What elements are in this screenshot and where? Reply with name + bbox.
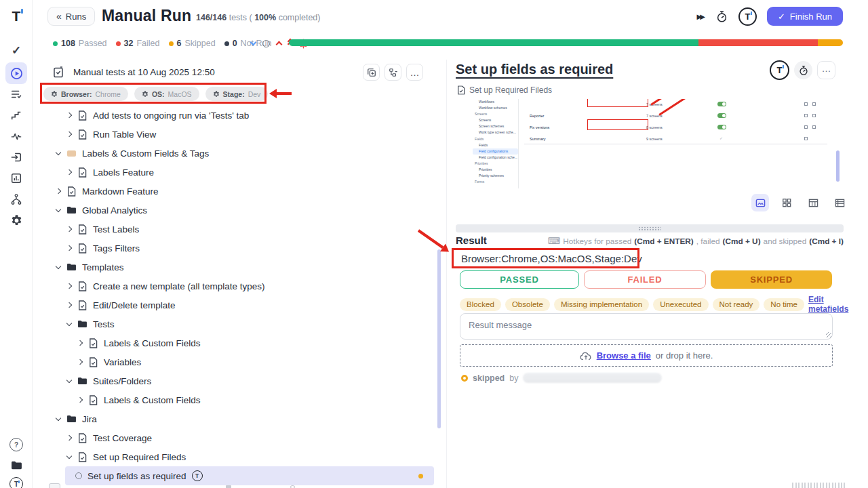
- logo-badge-icon: T: [9, 477, 23, 488]
- test-more-button[interactable]: …: [817, 61, 835, 79]
- status-button[interactable]: SKIPPED: [711, 270, 832, 289]
- chevron-icon[interactable]: [53, 209, 64, 211]
- sidebar-item-import[interactable]: [5, 146, 27, 168]
- tree-row[interactable]: Jira T: [33, 409, 434, 428]
- view-grid-button[interactable]: [778, 194, 795, 211]
- status-count: 108: [61, 39, 75, 48]
- metafield-pill[interactable]: Unexecuted: [653, 298, 708, 311]
- metafield-pill[interactable]: Obsolete: [505, 298, 550, 311]
- chevron-icon[interactable]: [75, 398, 85, 402]
- tree-row[interactable]: Labels Feature T: [33, 163, 434, 182]
- metafield-pill[interactable]: Missing implementation: [554, 298, 649, 311]
- browse-file-link[interactable]: Browse a file: [597, 350, 651, 361]
- help-button[interactable]: ?: [5, 434, 27, 455]
- status-button[interactable]: FAILED: [584, 270, 706, 289]
- sidebar-item-reports[interactable]: [5, 167, 27, 189]
- sidebar-item-milestones[interactable]: [5, 104, 27, 126]
- chevron-icon[interactable]: [53, 418, 64, 420]
- tree-row[interactable]: Labels & Custom Fields T: [33, 333, 434, 352]
- toggle-icon: [717, 102, 726, 106]
- edit-metafields-link[interactable]: Edit metafields: [808, 295, 848, 314]
- sidebar-item-pulse[interactable]: [5, 125, 27, 147]
- result-message-input[interactable]: [460, 313, 833, 340]
- view-list-button[interactable]: [831, 194, 848, 211]
- tree-row[interactable]: Labels & Custom Fields T: [33, 390, 434, 409]
- attachment-screenshot[interactable]: Workflows Workflow schemes Screens Scree…: [456, 99, 834, 194]
- custom-field-name: OS:: [152, 90, 165, 98]
- timer-button[interactable]: [794, 61, 812, 79]
- tree-row[interactable]: Create a new template (all template type…: [33, 277, 434, 296]
- chevron-icon[interactable]: [64, 303, 75, 307]
- circle-filter-icon[interactable]: [262, 40, 270, 47]
- collapse-all-icon[interactable]: [250, 39, 257, 46]
- tree-row[interactable]: Edit/Delete template T: [33, 296, 434, 314]
- tree-row[interactable]: Templates T: [33, 258, 434, 277]
- tree-scrollbar[interactable]: [437, 249, 441, 428]
- settings-gear-icon: [11, 215, 22, 226]
- tree-row[interactable]: Run Table View T: [33, 125, 434, 144]
- finish-run-button[interactable]: ✓ Finish Run: [767, 7, 843, 26]
- view-image-button[interactable]: [751, 194, 769, 211]
- tree-row[interactable]: Labels & Custom Fields & Tags T: [33, 144, 434, 163]
- chevron-icon[interactable]: [75, 341, 85, 345]
- chevron-icon[interactable]: [64, 246, 75, 250]
- app-logo-icon[interactable]: T: [0, 8, 33, 24]
- tree-row-label: Test Coverage: [93, 433, 152, 443]
- back-to-runs-button[interactable]: « Runs: [47, 7, 95, 26]
- status-button[interactable]: PASSED: [460, 270, 579, 289]
- file-dropzone[interactable]: Browse a file or drop it here.: [460, 344, 833, 367]
- chevron-up-icon[interactable]: [276, 41, 283, 48]
- tree-row[interactable]: Tags Filters T: [33, 239, 434, 258]
- cloud-upload-icon: [580, 351, 592, 361]
- chevron-icon[interactable]: [64, 380, 75, 382]
- test-doc-icon: [75, 129, 90, 140]
- tree-row[interactable]: Test Coverage T: [33, 428, 434, 447]
- branch-icon: [10, 193, 22, 205]
- row-action-icons: [804, 102, 816, 106]
- suite-breadcrumb[interactable]: Set up Required Fileds: [469, 85, 552, 95]
- chevron-icon[interactable]: [64, 113, 75, 117]
- chevron-icon[interactable]: [64, 323, 75, 325]
- chevron-icon[interactable]: [64, 170, 75, 174]
- chevron-icon[interactable]: [75, 360, 85, 364]
- test-title[interactable]: Set up fields as required: [456, 62, 613, 77]
- tree-row[interactable]: Set up fields as required T: [65, 466, 434, 485]
- sidebar-item-tests[interactable]: ✓: [5, 39, 27, 61]
- tree-row[interactable]: Markdown Feature T: [33, 182, 434, 201]
- duplicate-run-button[interactable]: [363, 64, 380, 81]
- chevron-icon[interactable]: [64, 436, 75, 440]
- tree-row[interactable]: Test Labels T: [33, 220, 434, 239]
- reporter-avatar[interactable]: T: [770, 60, 789, 80]
- tree-row[interactable]: Suites/Folders T: [33, 371, 434, 390]
- metafield-pill[interactable]: Blocked: [460, 298, 501, 311]
- tree-view-button[interactable]: [384, 64, 401, 81]
- view-table-button[interactable]: [804, 194, 822, 211]
- fast-forward-icon[interactable]: ▶▶: [697, 13, 705, 20]
- tree-row[interactable]: Tests T: [33, 314, 434, 333]
- sidebar-item-branches[interactable]: [5, 188, 27, 210]
- chevron-icon[interactable]: [53, 189, 64, 193]
- sidebar-item-runs[interactable]: [5, 62, 27, 84]
- sidebar-item-settings[interactable]: [5, 209, 27, 231]
- account-button[interactable]: T: [5, 473, 27, 488]
- tree-row[interactable]: Global Analytics T: [33, 201, 434, 220]
- row-action-icons: [804, 137, 808, 140]
- chevron-icon[interactable]: [64, 227, 75, 231]
- assignee-avatar[interactable]: T: [738, 7, 757, 26]
- sidebar-item-plans[interactable]: [5, 83, 27, 105]
- more-options-button[interactable]: …: [406, 64, 423, 81]
- tree-row[interactable]: Variables T: [33, 352, 434, 371]
- chevron-icon[interactable]: [64, 132, 75, 136]
- timer-icon[interactable]: [715, 10, 728, 23]
- chevron-icon[interactable]: [64, 455, 75, 458]
- result-resize-handle[interactable]: [456, 224, 844, 232]
- metafield-pill[interactable]: No time: [764, 298, 804, 311]
- chevron-icon[interactable]: [53, 152, 64, 155]
- chevron-icon[interactable]: [64, 284, 75, 288]
- tree-row[interactable]: Add tests to ongoing run via 'Tests' tab…: [33, 106, 434, 125]
- tree-row[interactable]: Set up Required Fileds T: [33, 447, 434, 466]
- metafield-pill[interactable]: Not ready: [713, 298, 760, 311]
- detail-scrollbar[interactable]: [836, 150, 840, 182]
- tree-row-label: Labels & Custom Fields & Tags: [82, 148, 209, 159]
- chevron-icon[interactable]: [53, 266, 64, 268]
